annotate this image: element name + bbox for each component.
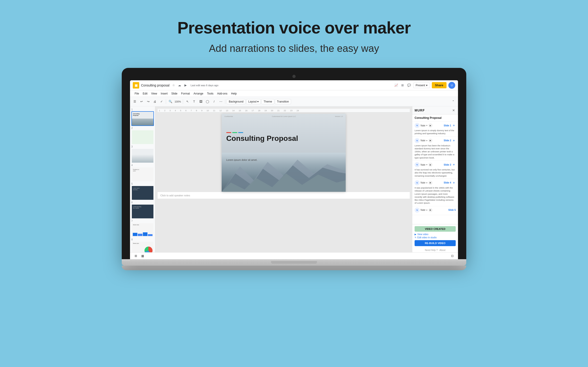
user-avatar[interactable]: U	[448, 82, 455, 89]
toolbar-cursor[interactable]: ↖	[184, 99, 190, 105]
slides-toolbar: ☰ ↩ ↪ 🖨 ✓ 🔍 100% ↖ T 🖼 ◯ / ⋯ Background …	[130, 97, 458, 106]
edit-video-link[interactable]: ✎ Edit video in studio	[415, 236, 456, 239]
toolbar-image[interactable]: 🖼	[198, 99, 204, 105]
toolbar-print[interactable]: 🖨	[152, 99, 158, 105]
murf-text-3: It has survived not only five centuries,…	[415, 168, 456, 177]
video-created-button[interactable]: VIDEO CREATED	[415, 226, 456, 232]
share-button[interactable]: Share	[432, 82, 447, 88]
toolbar-spell[interactable]: ✓	[158, 99, 164, 105]
ruler-horizontal: 12345 678910 1112131415 1617181920 21222…	[157, 109, 410, 112]
top-right-actions: 📈 ⊞ 💬 Present ▾ Share U	[394, 82, 456, 89]
murf-play-4[interactable]: ▶	[428, 181, 432, 185]
murf-footer: Need Help ? About	[412, 248, 458, 252]
toolbar-divider-3	[225, 99, 225, 104]
graph-icon[interactable]: 📈	[394, 83, 398, 88]
murf-avatar-2: N	[415, 138, 420, 143]
slide-thumb-3[interactable]: 3	[131, 145, 154, 163]
slide-thumb-4[interactable]: 4 Problems tosolve	[131, 164, 154, 182]
speaker-notes[interactable]: Click to add speaker notes	[157, 192, 410, 199]
murf-play-5[interactable]: ▶	[428, 208, 432, 212]
toolbar-undo[interactable]: ↩	[138, 99, 145, 105]
murf-logo: MURF	[415, 108, 425, 112]
murf-bottom-section: VIDEO CREATED ▶ View video ✎ Edit video …	[412, 224, 458, 248]
menu-format[interactable]: Format	[179, 91, 192, 96]
slide-thumb-8[interactable]: 8 Market plan	[131, 238, 154, 252]
murf-play-3[interactable]: ▶	[428, 163, 432, 167]
star-icon[interactable]: ☆	[171, 83, 176, 88]
grid-icon[interactable]: ⊞	[400, 83, 405, 88]
murf-slide-label-2: Slide 2	[444, 139, 451, 142]
toolbar-background[interactable]: Background	[227, 99, 246, 104]
murf-close-button[interactable]: ✕	[451, 108, 456, 112]
fit-page-btn[interactable]: ⊡	[449, 253, 455, 259]
toolbar-shapes[interactable]: ◯	[204, 99, 210, 105]
toolbar-zoom[interactable]: 🔍	[167, 99, 173, 105]
murf-add-2[interactable]: +	[452, 139, 456, 142]
murf-add-3[interactable]: +	[452, 163, 456, 167]
view-video-link[interactable]: ▶ View video	[415, 233, 456, 236]
murf-voice-2: Nate	[421, 139, 425, 142]
toolbar-more[interactable]: ⋯	[218, 99, 224, 105]
toolbar-zoom-value[interactable]: 100%	[174, 99, 182, 105]
speaker-notes-text: Click to add speaker notes	[160, 194, 190, 197]
toolbar-textbox[interactable]: T	[191, 99, 197, 105]
toolbar-layout[interactable]: Layout ▾	[246, 99, 261, 104]
slide-subtitle: Lorem ipsum dolor sit amet.	[226, 158, 258, 161]
murf-voice-5: Nate	[421, 209, 425, 211]
view-video-icon: ▶	[415, 233, 416, 236]
cloud-icon[interactable]: ☁	[177, 83, 182, 88]
toolbar-menu-icon[interactable]: ☰	[132, 99, 138, 105]
murf-avatar-3: N	[415, 162, 420, 167]
menu-insert[interactable]: Insert	[159, 91, 170, 96]
menu-slide[interactable]: Slide	[170, 91, 179, 96]
murf-header: MURF ✕	[412, 106, 458, 115]
present-label: Present	[416, 84, 425, 87]
murf-help-link[interactable]: Need Help ?	[425, 249, 438, 251]
menu-tools[interactable]: Tools	[205, 91, 215, 96]
laptop-camera	[292, 75, 296, 78]
present-mode-icon[interactable]: ▶	[183, 83, 188, 88]
doc-icons: ☆ ☁ ▶	[171, 83, 188, 88]
toolbar-transition[interactable]: Transition	[275, 99, 291, 104]
grid-view-btn[interactable]: ⊞	[133, 253, 139, 259]
murf-add-1[interactable]: +	[452, 124, 456, 127]
slide-thumb-6[interactable]: 6 Understandingthe market	[131, 201, 154, 219]
edit-video-icon: ✎	[415, 236, 416, 239]
murf-text-1: Lorem Ipsum is simply dummy text of the …	[415, 129, 456, 135]
comments-icon[interactable]: 💬	[407, 83, 411, 88]
murf-add-4[interactable]: +	[452, 181, 456, 185]
present-button[interactable]: Present ▾	[413, 83, 430, 88]
slides-icon: ▣	[133, 82, 139, 89]
murf-slide-label-1: Slide 1	[444, 124, 451, 127]
toolbar-theme[interactable]: Theme	[261, 99, 274, 104]
murf-panel: MURF ✕ Consulting Proposal N Nate ▾ ▶	[412, 106, 458, 252]
murf-slide-item-1: N Nate ▾ ▶ Slide 1 + Lorem Ipsum is simp…	[412, 122, 458, 137]
main-slide-canvas[interactable]: Confidential Customized for Lorem Ipsum …	[222, 114, 346, 192]
murf-about-link[interactable]: About	[439, 249, 445, 251]
menu-arrange[interactable]: Arrange	[192, 91, 205, 96]
menu-help[interactable]: Help	[229, 91, 239, 96]
menu-file[interactable]: File	[133, 91, 141, 96]
menu-view[interactable]: View	[149, 91, 159, 96]
murf-voice-4: Nate	[421, 181, 425, 184]
menu-edit[interactable]: Edit	[141, 91, 149, 96]
murf-slide-item-5: N Nate ▾ ▶ Slide 5	[412, 206, 458, 215]
slide-thumb-7[interactable]: 7 Market data	[131, 220, 154, 237]
murf-play-1[interactable]: ▶	[428, 123, 432, 127]
accent-green	[232, 132, 237, 133]
toolbar-redo[interactable]: ↪	[145, 99, 151, 105]
filmstrip-view-btn[interactable]: ▦	[140, 253, 146, 259]
rebuild-video-button[interactable]: RE-BUILD VIDEO	[415, 240, 456, 246]
menu-addons[interactable]: Add-ons	[215, 91, 229, 96]
toolbar-expand[interactable]: ⌃	[450, 99, 456, 105]
slide-thumb-2[interactable]: 2	[131, 127, 154, 144]
laptop-frame: ▣ Consulting proposal ☆ ☁ ▶ Last edit wa…	[122, 68, 466, 270]
murf-doc-title: Consulting Proposal	[412, 115, 458, 122]
murf-play-2[interactable]: ▶	[428, 139, 432, 143]
toolbar-line[interactable]: /	[211, 99, 217, 105]
accent-blue	[238, 132, 243, 133]
last-edit-text: Last edit was 6 days ago	[191, 84, 218, 87]
slide-thumb-1[interactable]: 1 ConsultingProposal	[131, 108, 154, 126]
slides-topbar: ▣ Consulting proposal ☆ ☁ ▶ Last edit wa…	[130, 80, 458, 90]
slide-thumb-5[interactable]: 5 Lorem ipsumtext lines...	[131, 183, 154, 200]
